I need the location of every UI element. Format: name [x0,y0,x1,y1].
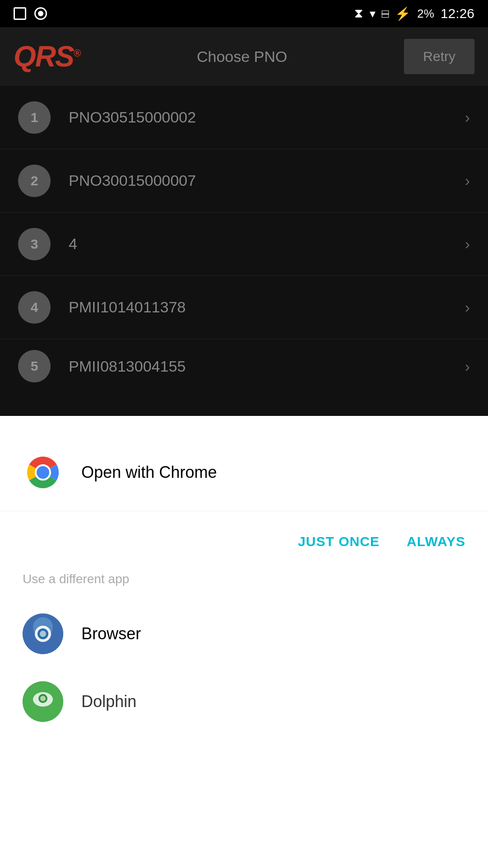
browser-label: Browser [81,624,141,643]
list-item[interactable]: 5 PMII0813004155 › [0,339,488,393]
battery-level: 2% [417,7,434,21]
screen-record-icon [14,7,26,20]
app-header: QRS® Choose PNO Retry [0,27,488,86]
chevron-right-icon: › [465,235,470,253]
chevron-right-icon: › [465,358,470,375]
always-button[interactable]: ALWAYS [407,534,465,549]
open-with-label: Open with Chrome [81,463,217,482]
list-item[interactable]: 4 PMII1014011378 › [0,276,488,339]
pno-list: 1 PNO30515000002 › 2 PNO30015000007 › 3 … [0,86,488,416]
chrome-icon [23,452,63,493]
item-label: PMII0813004155 [69,358,465,375]
list-item[interactable]: 2 PNO30015000007 › [0,149,488,212]
sim-off-icon: □ [382,7,389,21]
item-badge: 2 [18,165,51,197]
svg-point-7 [40,631,46,637]
app-option-browser[interactable]: Browser [0,600,488,668]
open-with-section: Open with Chrome [0,434,488,511]
item-badge: 1 [18,101,51,134]
battery-saver-icon: ⚡ [395,6,411,21]
list-item[interactable]: 3 4 › [0,212,488,276]
item-badge: 4 [18,291,51,324]
chevron-right-icon: › [465,172,470,189]
chevron-right-icon: › [465,108,470,126]
logo-text: QRS® [14,42,80,71]
item-badge: 3 [18,228,51,260]
just-once-button[interactable]: JUST ONCE [298,534,380,549]
item-label: PNO30515000002 [69,108,465,126]
qrs-logo: QRS® [14,42,80,71]
bottom-sheet: Open with Chrome JUST ONCE ALWAYS Use a … [0,416,488,868]
item-label: 4 [69,235,465,253]
wifi-icon: ▾ [370,7,375,21]
status-bar: ⧗ ▾ □ ⚡ 2% 12:26 [0,0,488,27]
dolphin-icon [23,681,63,722]
item-label: PMII1014011378 [69,298,465,316]
browser-icon [23,613,63,654]
status-bar-right-icons: ⧗ ▾ □ ⚡ 2% 12:26 [354,6,474,21]
status-time: 12:26 [441,6,474,21]
timer-icon: ⧗ [354,6,363,21]
svg-point-2 [37,466,49,479]
app-option-dolphin[interactable]: Dolphin [0,668,488,736]
list-item[interactable]: 1 PNO30515000002 › [0,86,488,149]
chevron-right-icon: › [465,298,470,316]
svg-point-11 [40,696,46,701]
item-badge: 5 [18,350,51,382]
status-bar-left-icons [14,7,47,20]
use-different-label: Use a different app [0,572,488,600]
page-title: Choose PNO [197,48,287,66]
record-icon [34,7,47,20]
item-label: PNO30015000007 [69,172,465,189]
action-buttons-row: JUST ONCE ALWAYS [0,511,488,572]
dolphin-label: Dolphin [81,692,136,711]
retry-button[interactable]: Retry [404,39,474,74]
